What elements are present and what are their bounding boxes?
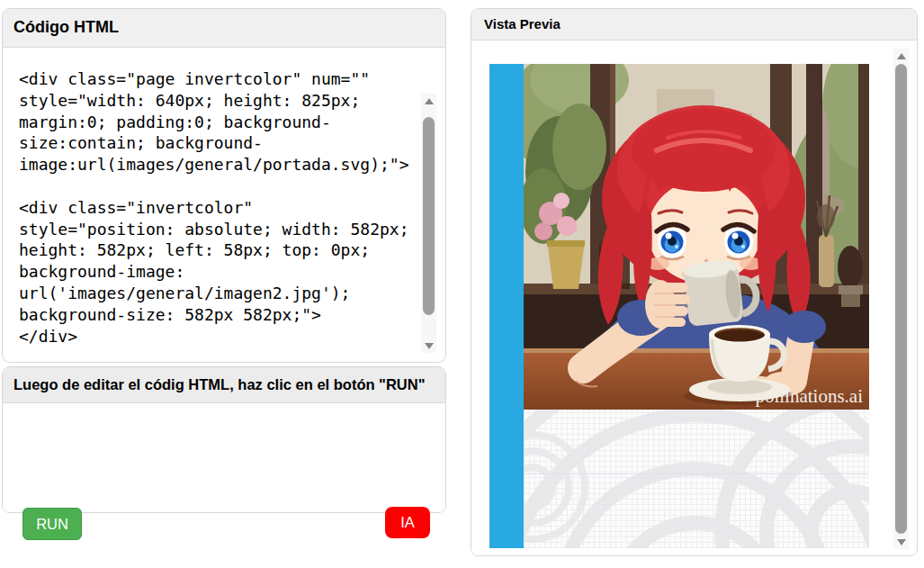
scroll-up-arrow-icon[interactable] [421, 94, 436, 108]
rendered-page: pollinations.ai [489, 64, 869, 548]
app-window: Código HTML <div class="page invertcolor… [0, 0, 924, 568]
scroll-up-arrow-icon[interactable] [893, 49, 909, 63]
preview-scrollbar-thumb[interactable] [895, 64, 907, 534]
scroll-down-arrow-icon[interactable] [421, 338, 436, 353]
scroll-down-arrow-icon[interactable] [893, 535, 909, 549]
code-panel-title: Código HTML [3, 9, 445, 48]
blue-stripe [489, 64, 524, 548]
preview-panel: Vista Previa [471, 8, 918, 556]
instructions-panel-body [3, 421, 445, 512]
instructions-message: Luego de editar el códig HTML, haz clic … [3, 367, 445, 403]
page-divider-line [524, 473, 869, 474]
preview-image: pollinations.ai [524, 64, 869, 410]
preview-scrollbar[interactable] [893, 49, 909, 549]
code-panel: Código HTML <div class="page invertcolor… [2, 8, 446, 363]
code-scrollbar[interactable] [421, 94, 436, 353]
code-editor-area: <div class="page invertcolor" num="" sty… [3, 49, 445, 362]
code-scrollbar-thumb[interactable] [423, 117, 435, 315]
watermark-text: pollinations.ai [755, 385, 863, 407]
run-button[interactable]: RUN [22, 508, 82, 540]
preview-panel-title: Vista Previa [471, 9, 917, 41]
ia-button[interactable]: IA [385, 507, 430, 538]
instructions-panel: Luego de editar el códig HTML, haz clic … [2, 366, 446, 513]
preview-viewport[interactable]: pollinations.ai [471, 41, 917, 555]
html-code-editor[interactable]: <div class="page invertcolor" num="" sty… [19, 68, 424, 358]
